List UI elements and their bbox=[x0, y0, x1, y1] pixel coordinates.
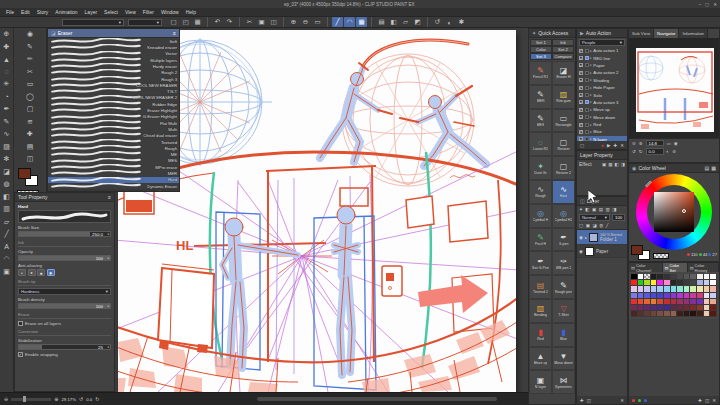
qa-tool-cymbal-h[interactable]: ◎Cymbal H bbox=[529, 204, 552, 228]
save-file-icon[interactable]: ▦ bbox=[192, 17, 203, 27]
color-swatch[interactable] bbox=[664, 311, 671, 317]
balloon-tool-icon[interactable]: ◠ bbox=[0, 253, 13, 266]
menu-animation[interactable]: Animation bbox=[55, 9, 77, 15]
action-checkbox[interactable]: ✓ bbox=[579, 100, 583, 104]
menu-window[interactable]: Window bbox=[161, 9, 179, 15]
action-checkbox[interactable]: ✓ bbox=[579, 56, 583, 60]
frame-border-tool-icon[interactable]: ▣ bbox=[0, 266, 13, 279]
transparent-swatch[interactable] bbox=[653, 253, 669, 259]
qa-tool-red[interactable]: ▮Red bbox=[529, 323, 552, 347]
close-button[interactable]: ✕ bbox=[713, 2, 717, 7]
qa-tool-pecil-h[interactable]: ✎Pecil H bbox=[529, 228, 552, 252]
qa-tool-wb-pen-2[interactable]: ✑WB pen 2 bbox=[552, 251, 575, 275]
zoom-tool-icon[interactable]: ⊕ bbox=[0, 28, 13, 41]
color-swatch[interactable] bbox=[690, 311, 697, 317]
qa-set-color[interactable]: Color bbox=[530, 46, 552, 53]
cut-icon[interactable]: ✂ bbox=[244, 17, 255, 27]
zoom-slider[interactable] bbox=[11, 398, 51, 401]
tip-shape-combo[interactable]: Hardness▾ bbox=[18, 288, 111, 295]
nav-reset-icon[interactable]: ⊘ bbox=[672, 149, 676, 154]
menu-edit[interactable]: Edit bbox=[21, 9, 30, 15]
auto-action-item[interactable]: ✓▸Red bbox=[577, 121, 627, 128]
color-swatch[interactable] bbox=[710, 311, 717, 317]
transfer-icon[interactable]: ▤ bbox=[599, 207, 603, 212]
subtool-marker-icon[interactable]: ◉ bbox=[24, 28, 37, 41]
tab-color-set[interactable]: ▤Color Set bbox=[663, 263, 688, 272]
move-tool-icon[interactable]: ✚ bbox=[0, 41, 13, 54]
expand-icon[interactable]: ▸ bbox=[590, 71, 592, 75]
nav-actual-icon[interactable]: ◉ bbox=[674, 141, 678, 146]
expand-icon[interactable]: ▸ bbox=[590, 63, 592, 67]
nav-flip-icon[interactable]: ◐ bbox=[667, 149, 670, 154]
delete-swatch-icon[interactable]: ✕ bbox=[712, 398, 716, 403]
qa-tool-sat-g-pen[interactable]: ✒Sat G-Pen bbox=[529, 251, 552, 275]
action-set-combo[interactable]: People▾ bbox=[579, 39, 625, 46]
menu-filter[interactable]: Filter bbox=[143, 9, 154, 15]
qa-set-set-2[interactable]: Set 2 bbox=[552, 46, 574, 53]
deselect-icon[interactable]: ◩ bbox=[412, 17, 423, 27]
lock-layer-icon[interactable]: ▢ bbox=[579, 223, 583, 228]
subtool-rect-icon[interactable]: ▭ bbox=[24, 78, 37, 91]
ruler-tool-icon[interactable]: ╱ bbox=[0, 228, 13, 241]
wand-tool-icon[interactable]: ✳ bbox=[0, 78, 13, 91]
zoom-out-icon[interactable]: ⊖ bbox=[4, 396, 8, 402]
sv-square[interactable] bbox=[654, 192, 694, 232]
enable-snapping-checkbox[interactable]: ✓ bbox=[18, 352, 23, 357]
new-vector-layer-icon[interactable]: ◧ bbox=[585, 207, 589, 212]
action-panel-icon[interactable]: ▢ bbox=[580, 143, 584, 148]
qa-tool-bending[interactable]: ▧Bending bbox=[529, 299, 552, 323]
pencil-tool-icon[interactable]: ✎ bbox=[0, 116, 13, 129]
nav-zoom-value[interactable]: 14.8 bbox=[646, 140, 664, 147]
auto-action-item[interactable]: ✓▸Auto action 3 bbox=[577, 99, 627, 106]
action-checkbox[interactable]: ✓ bbox=[579, 115, 583, 119]
action-checkbox[interactable]: ✓ bbox=[579, 86, 583, 90]
auto-action-item[interactable]: ✓▸Paper bbox=[577, 62, 627, 69]
color-wheel-area[interactable] bbox=[629, 173, 719, 249]
minimize-button[interactable]: – bbox=[698, 2, 701, 7]
subtool-panel-icon[interactable]: ◫ bbox=[24, 153, 37, 166]
brush-size-slider[interactable]: 250.0▸ bbox=[18, 231, 111, 237]
expand-icon[interactable]: ▸ bbox=[590, 130, 592, 134]
qa-tool-mes[interactable]: ✎MES bbox=[529, 109, 552, 133]
undo-icon[interactable]: ↶ bbox=[212, 17, 223, 27]
workspace-combo[interactable]: ▾ bbox=[62, 19, 124, 26]
blend-tool-icon[interactable]: ◍ bbox=[0, 178, 13, 191]
brush-tool-icon[interactable]: ∿ bbox=[0, 128, 13, 141]
auto-action-item[interactable]: ✓▸Hide Paper bbox=[577, 84, 627, 91]
expand-icon[interactable]: ▸ bbox=[590, 123, 592, 127]
color-mixer-tab-icon[interactable]: ▦ bbox=[711, 165, 716, 171]
menu-layer[interactable]: Layer bbox=[85, 9, 98, 15]
color-swatch[interactable] bbox=[631, 311, 638, 317]
replace-swatch-icon[interactable]: ◫ bbox=[705, 398, 709, 403]
qa-tool-eraser-h[interactable]: ◪Eraser H bbox=[552, 61, 575, 85]
auto-action-item[interactable]: ✓▸Auto action 2 bbox=[577, 69, 627, 76]
maximize-button[interactable]: ▢ bbox=[705, 2, 709, 7]
action-checkbox[interactable]: ✓ bbox=[579, 63, 583, 67]
figure-tool-icon[interactable]: ▱ bbox=[0, 216, 13, 229]
aa-medium-button[interactable]: ● bbox=[37, 269, 45, 276]
pen-tool-icon[interactable]: ✒ bbox=[0, 103, 13, 116]
expression-color-icon[interactable]: ◨ bbox=[621, 162, 625, 167]
selection-tool-icon[interactable]: ◌ bbox=[0, 66, 13, 79]
qa-tool-mer[interactable]: ✎MER bbox=[529, 85, 552, 109]
subtool-wave-icon[interactable]: ≋ bbox=[24, 116, 37, 129]
folder-expand-icon[interactable]: ▸ bbox=[585, 235, 587, 240]
action-checkbox[interactable]: ✓ bbox=[579, 78, 583, 82]
auto-action-item[interactable]: ✓▸Move up bbox=[577, 106, 627, 113]
record-action-icon[interactable]: ● bbox=[601, 143, 604, 148]
tab-color-history[interactable]: ▤Color History bbox=[688, 263, 719, 272]
expand-icon[interactable]: ▸ bbox=[590, 49, 592, 53]
expand-icon[interactable]: ▸ bbox=[590, 78, 592, 82]
action-checkbox[interactable]: ✓ bbox=[579, 108, 583, 112]
opacity-slider[interactable]: 100▸ bbox=[18, 255, 111, 261]
copy-icon[interactable]: ▣ bbox=[256, 17, 267, 27]
new-raster-layer-icon[interactable]: ✦ bbox=[579, 207, 583, 212]
qa-tool-g-pen[interactable]: ✒G-pen bbox=[552, 228, 575, 252]
subtool-circle-icon[interactable]: ◯ bbox=[24, 91, 37, 104]
subtool-pen-icon[interactable]: ✎ bbox=[24, 41, 37, 54]
flip-view-icon[interactable]: ◐ bbox=[444, 17, 455, 27]
text-tool-icon[interactable]: A bbox=[0, 241, 13, 254]
sv-selector[interactable] bbox=[682, 209, 686, 213]
rotate-ccw-icon[interactable]: ↺ bbox=[79, 396, 83, 402]
stabilization-slider[interactable]: 25▸ bbox=[18, 344, 111, 350]
